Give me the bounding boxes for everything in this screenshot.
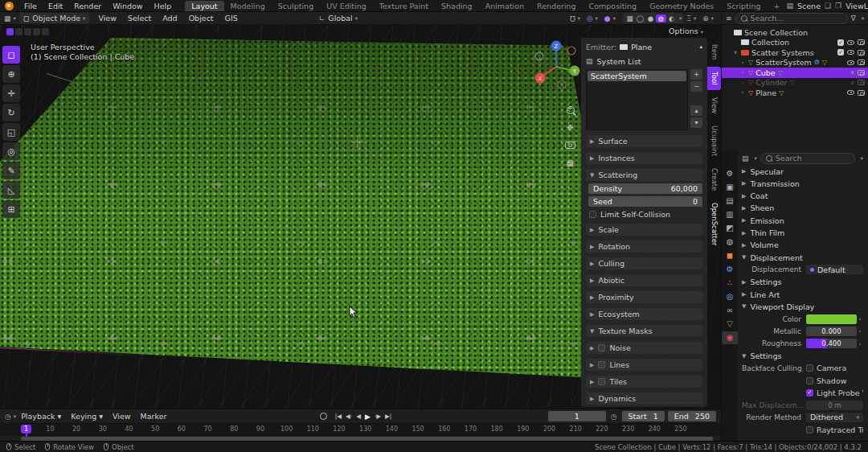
viewport-mini-icon[interactable] xyxy=(6,28,14,35)
constraints-tab[interactable]: ∞ xyxy=(722,304,738,317)
new-scene-icon[interactable]: ❏ xyxy=(825,2,831,10)
frame-end-field[interactable]: End250 xyxy=(668,411,716,421)
animate-dot-icon[interactable]: • xyxy=(857,328,863,334)
filter-icon[interactable]: ∇ xyxy=(851,14,856,23)
material-preview-icon[interactable]: ◍ xyxy=(656,14,666,23)
outliner-row-cylinder[interactable]: ›▽Cylinder▽∨ xyxy=(722,78,868,88)
workspace-tab-compositing[interactable]: Compositing xyxy=(583,1,644,11)
outliner-row-collection[interactable]: Collection✓ xyxy=(722,38,868,48)
move-up-button[interactable]: ▴ xyxy=(690,105,702,116)
expander-icon[interactable]: › xyxy=(739,69,746,76)
rotate-tool[interactable]: ↻ xyxy=(2,104,20,121)
section-tiles[interactable]: ▶Tiles xyxy=(586,376,702,388)
visibility-checkbox-icon[interactable]: ✓ xyxy=(837,49,844,55)
stopwatch-icon[interactable]: ◷ xyxy=(611,413,617,421)
proportional-edit-toggle[interactable]: ◎▾ xyxy=(583,14,601,23)
checkbox-icon[interactable]: ✓ xyxy=(806,389,813,397)
collapsed-eye-icon[interactable]: ∨ xyxy=(850,80,854,86)
checkbox-icon[interactable] xyxy=(589,211,596,218)
outliner-row-cube[interactable]: ›▽Cube▽∨ xyxy=(722,68,868,78)
outliner-search-input[interactable]: Search... xyxy=(735,13,848,24)
outliner-row-plane[interactable]: ›▽Plane▽ xyxy=(722,88,868,98)
section-surface[interactable]: ▶Surface xyxy=(586,135,702,147)
roughness-slider[interactable]: 0.400 xyxy=(806,339,857,348)
animate-dot-icon[interactable]: • xyxy=(857,316,863,322)
hide-eye-icon[interactable] xyxy=(847,40,854,45)
metallic-slider[interactable]: 0.000 xyxy=(806,327,857,336)
section-texture-masks[interactable]: ▼Texture Masks xyxy=(586,325,702,337)
section-seed-slider[interactable]: Seed0 xyxy=(588,196,702,207)
tab-item[interactable]: Item xyxy=(707,39,721,64)
section-lines[interactable]: ▶Lines xyxy=(586,359,702,371)
viewport-3d[interactable]: User Perspective (1) Scene Collection | … xyxy=(0,25,721,409)
prev-keyframe-button[interactable]: ◀· xyxy=(346,413,352,420)
scene-selector[interactable]: Scene xyxy=(797,2,821,10)
menu-help[interactable]: Help xyxy=(149,2,178,10)
disable-render-icon[interactable] xyxy=(858,80,865,85)
tab-ucupaint[interactable]: Ucupaint xyxy=(707,121,721,161)
outliner-row-scene-collection[interactable]: Scene Collection xyxy=(722,27,868,38)
tab-openscatter[interactable]: OpenScatter xyxy=(707,198,721,250)
disable-render-icon[interactable] xyxy=(858,60,865,65)
properties-search-input[interactable]: Search xyxy=(760,153,855,164)
hide-eye-icon[interactable] xyxy=(847,50,854,55)
prop-settings[interactable]: ▶Settings xyxy=(742,277,863,287)
properties-editor-icon[interactable]: ▤ xyxy=(742,154,749,162)
timeline-menu-marker[interactable]: Marker xyxy=(136,412,172,421)
solid-icon[interactable]: ● xyxy=(645,14,656,23)
disable-render-icon[interactable] xyxy=(858,90,865,96)
prop-specular[interactable]: ▶Specular xyxy=(742,166,863,177)
scale-tool[interactable]: ◱ xyxy=(2,123,20,141)
select-box-tool[interactable]: ◻ xyxy=(2,46,20,64)
snap-toggle[interactable]: Ω▾ xyxy=(567,14,583,23)
workspace-tab-sculpting[interactable]: Sculpting xyxy=(272,1,320,11)
menu-file[interactable]: File xyxy=(18,2,43,10)
timeline-menu-view[interactable]: View xyxy=(108,412,136,421)
prop-color[interactable]: Color• xyxy=(742,314,863,324)
collapsed-eye-icon[interactable]: ∨ xyxy=(850,69,854,76)
menu-render[interactable]: Render xyxy=(68,2,107,10)
overlays-toggle[interactable]: Ξ▾ xyxy=(683,14,699,23)
particles-tab[interactable]: ∴ xyxy=(722,277,738,290)
blender-logo-icon[interactable] xyxy=(5,2,14,10)
prop-render-method[interactable]: Render MethodDithered▾ xyxy=(742,413,863,423)
workspace-tab-rendering[interactable]: Rendering xyxy=(530,1,583,11)
pan-hand-icon[interactable]: ✥ xyxy=(564,121,576,134)
prop-emission[interactable]: ▶Emission xyxy=(742,216,863,226)
hide-eye-icon[interactable] xyxy=(847,60,854,65)
ortho-toggle-icon[interactable]: ▦ xyxy=(564,157,576,169)
gizmos-toggle[interactable]: ⊕▾ xyxy=(699,14,717,23)
material-tab[interactable]: ◉ xyxy=(722,331,738,344)
checkbox-icon[interactable] xyxy=(598,344,605,351)
section-rotation[interactable]: ▶Rotation xyxy=(586,240,702,253)
checkbox-icon[interactable] xyxy=(806,364,813,372)
prop-shadow[interactable]: Shadow xyxy=(742,376,863,386)
scene-tab[interactable]: ◩ xyxy=(722,222,738,235)
object-tab[interactable]: ◼ xyxy=(722,249,738,262)
prop-displacement[interactable]: ▼Displacement xyxy=(742,253,863,263)
section-dynamics[interactable]: ▶Dynamics xyxy=(586,392,702,405)
outliner-editor-icon[interactable]: ≡ xyxy=(726,14,732,23)
render-tab[interactable]: ▣ xyxy=(722,181,738,194)
move-tool[interactable]: ✛ xyxy=(2,84,20,102)
checkbox-icon[interactable] xyxy=(806,377,813,384)
outliner-row-scatter-systems[interactable]: ∨Scatter Systems✓ xyxy=(722,47,868,58)
tab-create[interactable]: Create xyxy=(707,163,721,195)
section-scale[interactable]: ▶Scale xyxy=(586,224,702,236)
add-cube-tool[interactable]: ⊞ xyxy=(2,200,20,218)
viewport-menu-add[interactable]: Add xyxy=(157,14,182,23)
output-tab[interactable]: ▤ xyxy=(722,195,738,208)
section-ecosystem[interactable]: ▶Ecosystem xyxy=(586,308,702,320)
checkbox-icon[interactable] xyxy=(806,426,813,434)
expander-icon[interactable]: ∨ xyxy=(732,49,739,55)
prop-line-art[interactable]: ▶Line Art xyxy=(742,290,863,300)
system-list[interactable]: ScatterSystem xyxy=(586,69,688,130)
prop-settings[interactable]: ▼Settings xyxy=(742,351,863,361)
menu-window[interactable]: Window xyxy=(107,2,148,10)
modifiers-tab[interactable]: ⚙ xyxy=(722,263,738,276)
system-list-item[interactable]: ScatterSystem xyxy=(588,71,686,81)
mode-dropdown[interactable]: ◻ Object Mode▾ xyxy=(19,13,90,23)
hide-eye-icon[interactable] xyxy=(847,90,854,95)
next-keyframe-button[interactable]: ·▶ xyxy=(375,413,381,420)
viewport-mini-icon[interactable] xyxy=(42,28,49,35)
